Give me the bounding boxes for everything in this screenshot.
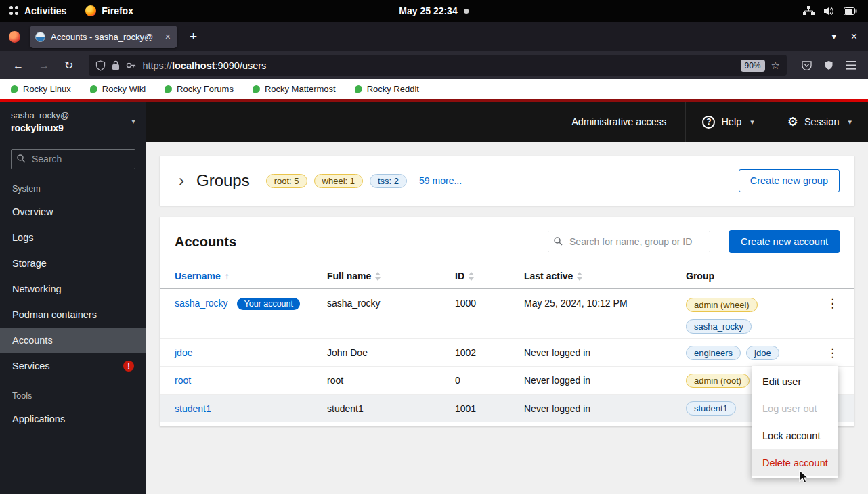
session-user-dropdown[interactable]: sasha_rocky@ rockylinux9 ▾ — [0, 102, 146, 139]
column-header-username[interactable]: Username ↑ — [175, 271, 327, 282]
bookmarks-toolbar: Rocky Linux Rocky Wiki Rocky Forums Rock… — [0, 79, 868, 99]
system-status-area[interactable] — [803, 6, 868, 16]
url-text[interactable]: https://localhost:9090/users — [142, 60, 734, 71]
rocky-leaf-icon — [355, 85, 362, 93]
cell-last-active: May 25, 2024, 10:12 PM — [524, 289, 686, 309]
new-tab-button[interactable]: + — [186, 29, 201, 44]
sidebar-search[interactable] — [11, 149, 135, 169]
url-bar[interactable]: https://localhost:9090/users 90% ☆ — [89, 55, 787, 76]
groups-expand-chevron-icon[interactable]: › — [175, 175, 188, 187]
bookmark-rocky-mattermost[interactable]: Rocky Mattermost — [253, 84, 336, 94]
tracking-shield-icon[interactable] — [95, 60, 106, 71]
row-actions-kebab-icon[interactable]: ⋮ — [823, 296, 842, 311]
lock-icon[interactable] — [112, 60, 120, 70]
cell-id: 0 — [455, 375, 524, 386]
firefox-profile-icon[interactable] — [9, 31, 20, 43]
cell-id: 1002 — [455, 347, 524, 358]
accounts-table: Username ↑ Full name ID Last active — [175, 267, 840, 422]
session-menu-button[interactable]: ⚙ Session ▾ — [771, 102, 868, 142]
groups-more-link[interactable]: 59 more... — [419, 175, 462, 186]
menu-item-delete-account[interactable]: Delete account — [752, 449, 838, 476]
username-link[interactable]: student1 — [175, 403, 211, 414]
network-icon — [803, 6, 815, 16]
menu-item-edit-user[interactable]: Edit user — [752, 368, 838, 395]
username-link[interactable]: jdoe — [175, 347, 192, 358]
chevron-down-icon: ▾ — [750, 118, 754, 127]
search-icon — [554, 237, 563, 246]
menu-item-log-user-out[interactable]: Log user out — [752, 395, 838, 422]
bookmark-rocky-wiki[interactable]: Rocky Wiki — [90, 84, 146, 94]
cell-username: student1 — [175, 403, 327, 414]
list-tabs-chevron-icon[interactable]: ▾ — [832, 32, 836, 41]
username-link[interactable]: sasha_rocky — [175, 298, 228, 309]
pocket-save-icon[interactable] — [802, 60, 812, 70]
bookmark-rocky-reddit[interactable]: Rocky Reddit — [355, 84, 419, 94]
create-new-group-button[interactable]: Create new group — [739, 169, 840, 192]
sidebar-item-networking[interactable]: Networking — [0, 276, 146, 302]
sidebar-item-overview[interactable]: Overview — [0, 199, 146, 225]
group-label: sasha_rocky — [686, 319, 752, 334]
browser-tab[interactable]: Accounts - sasha_rocky@ × — [30, 26, 177, 48]
column-header-fullname[interactable]: Full name — [327, 271, 455, 282]
group-label: student1 — [686, 401, 736, 416]
cell-username: sasha_rocky Your account — [175, 289, 327, 310]
column-header-id[interactable]: ID — [455, 271, 524, 282]
cell-last-active: Never logged in — [524, 375, 686, 386]
clock-button[interactable]: May 25 22:34 — [399, 5, 469, 16]
groups-card: › Groups root: 5 wheel: 1 tss: 2 59 more… — [160, 156, 854, 206]
help-label: Help — [721, 116, 741, 127]
row-actions-kebab-icon[interactable]: ⋮ — [823, 345, 842, 361]
sidebar-item-podman-containers[interactable]: Podman containers — [0, 302, 146, 328]
username-link[interactable]: root — [175, 375, 191, 386]
column-label: ID — [455, 271, 464, 282]
services-alert-badge: ! — [123, 361, 134, 372]
sidebar-item-storage[interactable]: Storage — [0, 250, 146, 276]
account-shield-icon[interactable] — [824, 60, 833, 70]
accounts-search[interactable] — [548, 231, 710, 252]
rocky-leaf-icon — [11, 85, 18, 93]
chevron-down-icon: ▾ — [131, 116, 135, 126]
sidebar-item-accounts[interactable]: Accounts — [0, 328, 146, 353]
administrative-access-button[interactable]: Administrative access — [552, 116, 685, 127]
forward-button[interactable]: → — [32, 57, 56, 74]
hamburger-menu-icon[interactable] — [846, 61, 856, 70]
sidebar-item-logs[interactable]: Logs — [0, 225, 146, 250]
cell-fullname: John Doe — [327, 347, 455, 358]
rocky-leaf-icon — [253, 85, 260, 93]
sidebar-item-services[interactable]: Services ! — [0, 353, 146, 379]
accounts-search-input[interactable] — [548, 231, 710, 252]
create-new-account-button[interactable]: Create new account — [729, 230, 840, 253]
session-label: Session — [804, 116, 840, 127]
bookmark-rocky-forums[interactable]: Rocky Forums — [165, 84, 234, 94]
sidebar-item-label: Services — [12, 361, 50, 372]
table-header: Username ↑ Full name ID Last active — [160, 267, 854, 289]
help-menu-button[interactable]: ? Help ▾ — [685, 102, 770, 142]
url-host: localhost — [172, 60, 215, 71]
tab-close-icon[interactable]: × — [164, 31, 172, 42]
session-user-name: sasha_rocky@ — [11, 110, 135, 120]
cell-fullname: student1 — [327, 403, 455, 414]
column-header-last-active[interactable]: Last active — [524, 271, 686, 282]
url-scheme: https:// — [142, 60, 172, 71]
activities-button[interactable]: Activities — [9, 5, 66, 16]
bookmark-rocky-linux[interactable]: Rocky Linux — [11, 84, 71, 94]
search-icon — [17, 154, 26, 163]
bookmark-label: Rocky Mattermost — [265, 84, 336, 94]
group-badge-tss: tss: 2 — [370, 174, 407, 188]
sidebar-search-input[interactable] — [11, 149, 135, 169]
gear-icon: ⚙ — [787, 116, 798, 128]
bookmark-label: Rocky Reddit — [367, 84, 419, 94]
key-icon[interactable] — [126, 60, 136, 70]
back-button[interactable]: ← — [7, 57, 30, 74]
chevron-down-icon: ▾ — [848, 118, 852, 127]
bookmark-star-icon[interactable]: ☆ — [771, 60, 780, 72]
reload-button[interactable]: ↻ — [58, 56, 79, 74]
accounts-card: Accounts Create new account Username — [160, 217, 854, 426]
firefox-appmenu-button[interactable]: Firefox — [85, 5, 133, 16]
zoom-level-chip[interactable]: 90% — [741, 60, 765, 72]
menu-item-lock-account[interactable]: Lock account — [752, 422, 838, 449]
window-close-icon[interactable]: × — [851, 30, 857, 43]
cell-groups: engineers jdoe — [686, 346, 823, 360]
group-badge-root: root: 5 — [266, 174, 307, 188]
sidebar-item-applications[interactable]: Applications — [0, 406, 146, 432]
